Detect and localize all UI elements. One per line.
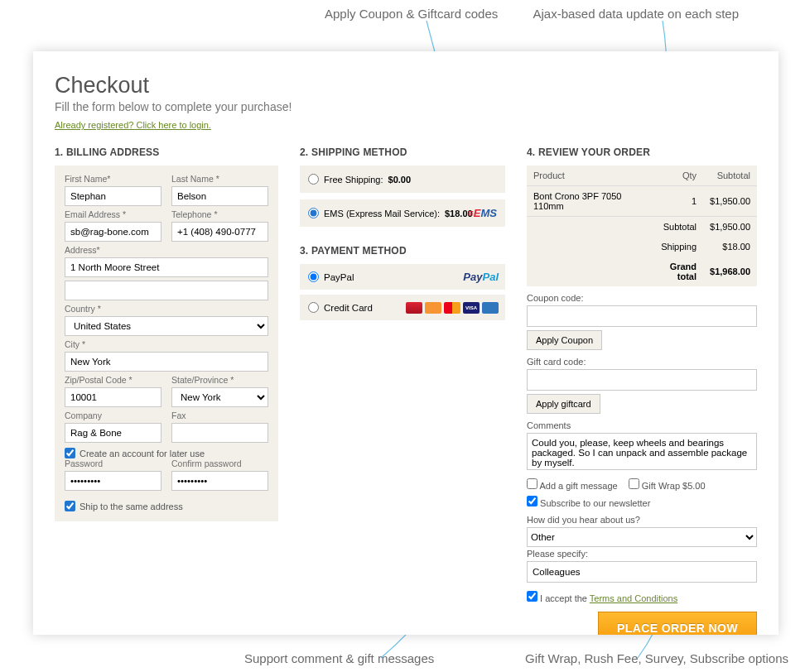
annotation-coupon: Apply Coupon & Giftcard codes — [325, 7, 498, 21]
hear-label: How did you hear about us? — [527, 515, 757, 525]
address-label: Address* — [65, 245, 268, 255]
item-price: $1,950.00 — [703, 186, 757, 217]
place-order-button[interactable]: PLACE ORDER NOW — [598, 612, 757, 635]
accept-prefix: I accept the — [540, 593, 590, 603]
giftcard-label: Gift card code: — [527, 357, 757, 367]
page-title: Checkout — [55, 73, 757, 98]
giftcard-input[interactable] — [527, 369, 757, 391]
checkout-card: Checkout Fill the form below to complete… — [33, 51, 778, 635]
apply-giftcard-button[interactable]: Apply giftcard — [527, 394, 600, 414]
shipping-free-row[interactable]: Free Shipping: $0.00 — [300, 166, 505, 193]
gift-wrap-label: Gift Wrap $5.00 — [642, 481, 706, 491]
confirm-label: Confirm password — [171, 458, 268, 468]
cc-logos-icon: VISA — [406, 302, 499, 314]
city-label: City * — [65, 339, 268, 349]
country-select[interactable]: United States — [65, 316, 268, 336]
email-label: Email Address * — [65, 209, 161, 219]
address1-input[interactable] — [65, 257, 268, 277]
annotation-comment: Support comment & gift messages — [244, 651, 434, 665]
gift-message-label: Add a gift message — [539, 481, 617, 491]
first-name-input[interactable] — [65, 186, 161, 206]
payment-paypal-label: PayPal — [324, 272, 354, 282]
subtotal-label: Subtotal — [644, 217, 703, 238]
phone-label: Telephone * — [171, 209, 268, 219]
state-label: State/Province * — [171, 375, 268, 385]
newsletter-label: Subscribe to our newsletter — [540, 498, 650, 508]
payment-cc-row[interactable]: Credit Card VISA — [300, 295, 505, 320]
address2-input[interactable] — [65, 281, 268, 300]
paypal-logo-icon: PayPal — [463, 271, 499, 283]
ship-same-checkbox[interactable] — [65, 501, 75, 511]
th-subtotal: Subtotal — [703, 166, 757, 186]
comments-textarea[interactable]: Could you, please, keep wheels and beari… — [527, 433, 757, 470]
ship-same-label: Ship to the same address — [80, 502, 183, 511]
shipping-title: 2. SHIPPING METHOD — [300, 146, 505, 158]
shipping-ems-radio[interactable] — [308, 208, 319, 218]
city-input[interactable] — [65, 352, 268, 372]
accept-terms-checkbox[interactable] — [527, 591, 537, 602]
billing-panel: First Name* Last Name * Email Address * … — [55, 166, 278, 521]
payment-cc-radio[interactable] — [308, 302, 319, 313]
subtotal-row: Subtotal$1,950.00 — [527, 217, 757, 238]
billing-title: 1. BILLING ADDRESS — [55, 146, 278, 158]
th-product: Product — [527, 166, 644, 186]
annotation-options: Gift Wrap, Rush Fee, Survey, Subscribe o… — [525, 651, 788, 665]
login-link[interactable]: Already registered? Click here to login. — [55, 120, 211, 130]
specify-input[interactable] — [527, 561, 757, 583]
review-title: 4. REVIEW YOUR ORDER — [527, 146, 757, 158]
newsletter-checkbox[interactable] — [527, 496, 537, 506]
coupon-input[interactable] — [527, 305, 757, 327]
phone-input[interactable] — [171, 222, 268, 242]
fax-input[interactable] — [171, 423, 268, 443]
th-qty: Qty — [644, 166, 703, 186]
create-account-checkbox[interactable] — [65, 448, 75, 458]
last-name-input[interactable] — [171, 186, 268, 206]
password-input[interactable] — [65, 471, 161, 491]
zip-label: Zip/Postal Code * — [65, 375, 161, 385]
payment-paypal-radio[interactable] — [308, 271, 319, 282]
country-label: Country * — [65, 304, 268, 314]
comments-label: Comments — [527, 420, 757, 430]
specify-label: Please specify: — [527, 549, 757, 559]
shipping-free-radio[interactable] — [308, 174, 319, 185]
company-input[interactable] — [65, 423, 161, 443]
shipping-free-price: $0.00 — [388, 175, 412, 185]
grand-label: Grand total — [644, 257, 703, 286]
terms-link[interactable]: Terms and Conditions — [590, 593, 677, 603]
coupon-label: Coupon code: — [527, 293, 757, 303]
shipping-ems-row[interactable]: EMS (Express Mail Service): $18.00 ≡EMS — [300, 199, 505, 227]
shipping-ems-label: EMS (Express Mail Service): — [324, 209, 440, 218]
payment-title: 3. PAYMENT METHOD — [300, 245, 505, 257]
payment-cc-label: Credit Card — [324, 303, 373, 313]
confirm-input[interactable] — [171, 471, 268, 491]
apply-coupon-button[interactable]: Apply Coupon — [527, 330, 602, 350]
company-label: Company — [65, 410, 161, 420]
shipping-value: $18.00 — [703, 237, 757, 257]
create-account-label: Create an account for later use — [80, 449, 205, 458]
page-subtitle: Fill the form below to complete your pur… — [55, 100, 757, 113]
shipping-row: Shipping$18.00 — [527, 237, 757, 257]
shipping-free-label: Free Shipping: — [324, 175, 383, 185]
item-name: Bont Crono 3PF 7050 110mm — [527, 186, 644, 217]
gift-wrap-checkbox[interactable] — [629, 478, 639, 489]
hear-select[interactable]: Other — [527, 527, 757, 547]
order-summary-table: Product Qty Subtotal Bont Crono 3PF 7050… — [527, 166, 757, 286]
last-name-label: Last Name * — [171, 174, 268, 184]
ems-logo-icon: ≡EMS — [467, 207, 497, 219]
item-qty: 1 — [644, 186, 703, 217]
state-select[interactable]: New York — [171, 387, 268, 407]
first-name-label: First Name* — [65, 174, 161, 184]
gift-message-checkbox[interactable] — [527, 478, 537, 489]
subtotal-value: $1,950.00 — [703, 217, 757, 238]
order-line-item: Bont Crono 3PF 7050 110mm 1 $1,950.00 — [527, 186, 757, 217]
email-input[interactable] — [65, 222, 161, 242]
payment-paypal-row[interactable]: PayPal PayPal — [300, 264, 505, 290]
shipping-label: Shipping — [644, 237, 703, 257]
password-label: Password — [65, 458, 161, 468]
grand-total-row: Grand total$1,968.00 — [527, 257, 757, 286]
grand-value: $1,968.00 — [703, 257, 757, 286]
annotation-ajax: Ajax-based data update on each step — [533, 7, 739, 21]
fax-label: Fax — [171, 410, 268, 420]
zip-input[interactable] — [65, 387, 161, 407]
